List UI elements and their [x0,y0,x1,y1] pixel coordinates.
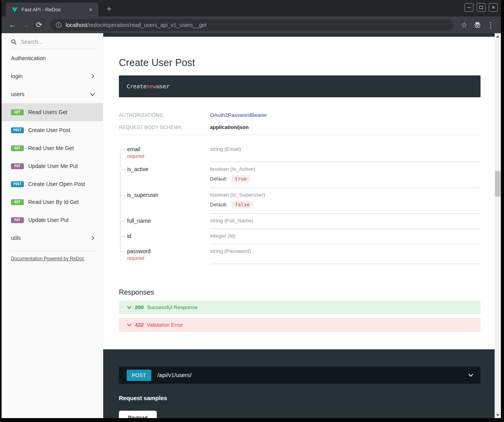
site-favicon [12,7,18,13]
field-row-is-superuser: is_superuser boolean (Is_Superuser) Defa… [119,188,481,214]
search-icon [11,39,17,45]
address-bar[interactable]: localhost/redoc#operation/read_users_api… [50,19,453,31]
field-type: string (Password) [210,248,481,254]
required-flag: required [127,256,206,261]
chevron-down-icon [127,305,132,310]
schema-fields: email required string (Email) is_active … [119,142,481,264]
request-samples-panel: POST /api/v1/users/ Request samples Payl… [103,349,495,418]
search-box[interactable] [11,36,95,49]
sidebar-item-label: login [11,73,23,79]
oauth2-link[interactable]: OAuth2PasswordBearer [210,112,267,118]
maximize-button[interactable] [477,3,486,12]
scroll-up-arrow[interactable] [495,33,501,39]
sidebar-item-label: Create User Post [28,127,70,133]
sidebar-item-users[interactable]: users [2,85,103,103]
response-code: 200 [135,304,144,310]
field-row-is-active: is_active boolean (Is_Active) Default:tr… [119,162,481,188]
default-label: Default: [210,202,228,207]
sidebar-item-create-user-post[interactable]: POST Create User Post [2,121,103,139]
tab-strip: Fast API - ReDoc ✕ + ✕ [2,0,501,16]
field-row-id: id integer (Id) [119,229,481,244]
sidebar-item-update-user-put[interactable]: PUT Update User Put [2,211,103,229]
sidebar-item-label: Read User Me Get [28,145,74,151]
menu-kebab-icon[interactable]: ⋮ [485,20,496,30]
page-scrollbar[interactable] [495,33,501,418]
field-type: string (Email) [210,146,481,152]
field-name[interactable]: full_name [127,218,206,224]
field-row-email: email required string (Email) [119,142,481,162]
request-body-schema-row: REQUEST BODY SCHEMA: application/json [119,124,481,135]
default-label: Default: [210,176,228,182]
endpoint-dropdown[interactable]: POST /api/v1/users/ [119,367,481,384]
browser-window: Fast API - ReDoc ✕ + ✕ ← → ⟳ localhost/r… [2,0,501,418]
tab-close-icon[interactable]: ✕ [87,6,95,14]
field-name[interactable]: is_active [127,166,206,172]
payload-tab[interactable]: Payload [119,411,157,418]
sidebar-item-authentication[interactable]: Authentication [2,49,103,67]
sidebar-item-label: Authentication [11,55,46,61]
http-method-badge: POST [11,127,24,133]
scroll-down-arrow[interactable] [495,412,501,418]
field-name[interactable]: is_superuser [127,192,206,198]
sidebar-item-read-user-by-id-get[interactable]: GET Read User By Id Get [2,193,103,211]
info-icon[interactable] [56,22,62,28]
field-row-password: password required string (Password) [119,244,481,264]
reload-icon[interactable]: ⟳ [34,20,45,30]
url-host: localhost [66,22,87,28]
incognito-icon [472,20,483,30]
field-name[interactable]: password [127,248,206,254]
responses-heading: Responses [119,288,481,297]
url-path: /redoc#operation/read_users_api_v1_users… [87,22,206,28]
maximize-icon [479,6,483,9]
browser-tab[interactable]: Fast API - ReDoc ✕ [5,3,99,16]
http-method-badge: POST [127,370,151,381]
sidebar-item-label: Create User Open Post [28,181,85,187]
content-type-value: application/json [210,124,249,130]
field-type: string (Full_Name) [210,218,481,224]
back-icon[interactable]: ← [7,20,18,30]
field-row-full-name: full_name string (Full_Name) [119,214,481,229]
tab-title: Fast API - ReDoc [22,7,87,13]
sidebar-item-label: users [11,91,24,97]
sidebar-item-read-user-me-get[interactable]: GET Read User Me Get [2,139,103,157]
response-code: 422 [135,322,144,328]
page-body: Authentication login users GET Read User… [2,33,501,418]
sidebar-item-create-user-open-post[interactable]: POST Create User Open Post [2,175,103,193]
scrollbar-thumb[interactable] [495,171,500,197]
window-frame: Fast API - ReDoc ✕ + ✕ ← → ⟳ localhost/r… [0,0,504,422]
window-controls: ✕ [465,3,498,12]
sidebar-item-label: Update User Me Put [28,163,78,169]
response-200[interactable]: 200 Successful Response [119,300,481,314]
new-tab-button[interactable]: + [104,4,114,14]
redoc-footer-link[interactable]: Documentation Powered by ReDoc [2,251,103,266]
sidebar-item-update-user-me-put[interactable]: PUT Update User Me Put [2,157,103,175]
field-name[interactable]: email [127,146,206,152]
response-422[interactable]: 422 Validation Error [119,318,481,332]
http-method-badge: POST [11,181,24,187]
sidebar-item-label: Read User By Id Get [28,199,79,205]
url-text: localhost/redoc#operation/read_users_api… [66,22,206,28]
sidebar-item-login[interactable]: login [2,67,103,85]
code-text: Create [127,83,147,89]
default-value: false [231,201,253,208]
sidebar-item-label: Update User Put [28,217,69,223]
sidebar-item-utils[interactable]: utils [2,229,103,247]
default-value: true [231,175,250,182]
http-method-badge: PUT [11,217,24,223]
bookmark-star-icon[interactable]: ☆ [459,20,470,30]
code-text: user [156,83,170,89]
http-method-badge: GET [11,109,24,115]
forward-icon[interactable]: → [20,20,31,30]
search-input[interactable] [21,39,83,45]
sidebar-item-label: utils [11,235,21,241]
authorizations-label: AUTHORIZATIONS: [119,113,210,118]
field-type: integer (Id) [210,233,481,239]
minimize-button[interactable] [465,3,474,12]
http-method-badge: GET [11,199,24,205]
chevron-down-icon [468,372,474,378]
sidebar-item-read-users-get[interactable]: GET Read Users Get [2,103,103,121]
chevron-right-icon [90,236,95,240]
sidebar: Authentication login users GET Read User… [2,33,103,418]
close-button[interactable]: ✕ [489,3,498,12]
field-name[interactable]: id [127,233,206,239]
